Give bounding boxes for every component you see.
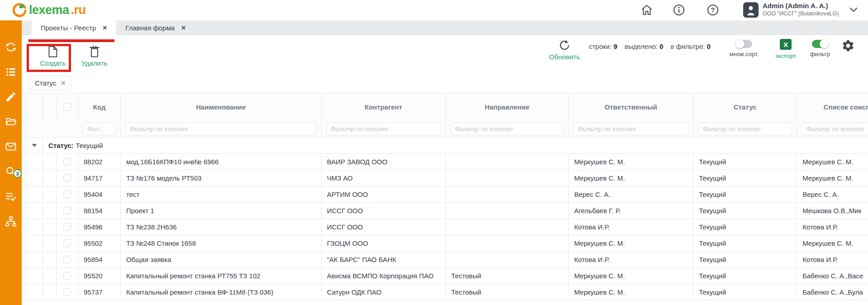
row-expander-cell xyxy=(26,252,43,267)
refresh-icon xyxy=(558,39,571,52)
checklist-icon[interactable] xyxy=(5,191,17,202)
filter-input-code[interactable] xyxy=(83,123,116,135)
registry-list-icon[interactable] xyxy=(5,66,17,78)
cell-coexecutors: Котова И.Р. xyxy=(797,252,868,267)
row-checkbox[interactable] xyxy=(63,239,71,247)
home-icon[interactable] xyxy=(640,4,653,16)
column-header-code[interactable]: Код xyxy=(78,93,121,120)
row-expander-cell xyxy=(26,203,43,219)
row-spacer-cell xyxy=(43,252,57,267)
group-chip-status[interactable]: Статус ✕ xyxy=(28,75,71,91)
table-row[interactable]: 94717 ТЗ №176 модель РТ503 ЧМЗ АО Меркуш… xyxy=(26,170,868,186)
cell-code: 95520 xyxy=(78,268,121,284)
grouping-row: Статус ✕ xyxy=(22,72,868,93)
user-block[interactable]: Admin (Admin A. A.) ООО "ИССГ" (Bulatnik… xyxy=(763,2,839,17)
filter-toggle[interactable] xyxy=(812,40,828,48)
chevron-down-icon[interactable] xyxy=(849,7,858,13)
table-row[interactable]: 95520 Капитальный ремонт станка РТ755 ТЗ… xyxy=(26,268,868,284)
filter-input-contractor[interactable] xyxy=(326,123,441,135)
column-header-responsible[interactable]: Ответственный xyxy=(569,93,693,120)
tab-main-form[interactable]: Главная форма ✕ xyxy=(116,20,195,35)
cell-contractor: Ависма ВСМПО Корпорация ПАО xyxy=(322,268,446,284)
stat-selected: выделено: 0 xyxy=(625,43,664,50)
info-icon[interactable] xyxy=(673,4,685,16)
column-header-status[interactable]: Статус xyxy=(693,93,797,120)
row-expander-cell xyxy=(26,268,43,284)
tab-label: Проекты - Реестр xyxy=(41,24,96,32)
cell-coexecutors: Бабенко С. А.,Васе xyxy=(797,268,868,284)
multisort-toggle[interactable] xyxy=(736,40,752,48)
stat-selected-label: выделено: xyxy=(625,43,658,50)
sitemap-icon[interactable] xyxy=(5,215,17,227)
filter-input-direction[interactable] xyxy=(451,123,564,135)
app-window: lexema.ru ? Admin (Admin A. A.) ООО "ИСС… xyxy=(0,0,868,305)
row-checkbox[interactable] xyxy=(63,158,71,166)
row-checkbox[interactable] xyxy=(63,191,71,198)
stat-filtered: в фильтре: 0 xyxy=(670,43,711,50)
edit-pencil-icon[interactable] xyxy=(5,91,17,103)
cell-status: Текущий xyxy=(693,154,797,170)
filter-input-status[interactable] xyxy=(698,123,792,135)
refresh-button[interactable]: Обновить xyxy=(541,39,588,61)
column-header-name[interactable]: Наименование xyxy=(121,93,322,120)
tab-close-icon[interactable]: ✕ xyxy=(102,24,107,31)
cell-coexecutors: Бабенко С. А.,Була xyxy=(797,284,868,300)
column-header-direction[interactable]: Направление xyxy=(446,93,569,120)
row-checkbox[interactable] xyxy=(63,272,71,280)
row-checkbox-cell xyxy=(57,284,78,300)
row-checkbox-cell xyxy=(57,235,78,251)
row-expander-cell xyxy=(26,235,43,251)
row-checkbox[interactable] xyxy=(63,256,71,263)
row-checkbox[interactable] xyxy=(63,174,71,182)
tab-close-icon[interactable]: ✕ xyxy=(181,24,186,31)
cell-code: 88202 xyxy=(78,154,121,170)
excel-export-icon[interactable]: X xyxy=(780,39,792,50)
cell-responsible: Меркушев С. М. xyxy=(569,268,693,284)
row-checkbox[interactable] xyxy=(63,207,71,214)
group-chip-close-icon[interactable]: ✕ xyxy=(61,80,66,86)
tab-label: Главная форма xyxy=(125,24,175,32)
filter-input-name[interactable] xyxy=(125,123,317,135)
table-row[interactable]: 95854 Общая заявка "АК БАРС" ПАО БАНК Ко… xyxy=(26,252,868,268)
cell-contractor: ВАИР ЗАВОД ООО xyxy=(322,154,446,170)
sync-icon[interactable] xyxy=(5,41,17,53)
filter-input-responsible[interactable] xyxy=(573,123,688,135)
group-chip-label: Статус xyxy=(35,79,56,87)
grid-stats: строки: 9 выделено: 0 в фильтре: 0 xyxy=(589,35,711,57)
cell-name: мод.16Б16КПФ10 инв№ 6966 xyxy=(121,154,322,170)
row-checkbox-cell xyxy=(57,186,78,202)
column-header-coexecutors[interactable]: Список соисполнителей xyxy=(797,93,868,120)
collapse-triangle-icon[interactable] xyxy=(32,144,37,147)
user-avatar[interactable] xyxy=(743,2,759,18)
cell-name: Общая заявка xyxy=(121,252,322,267)
settings-gear-icon[interactable] xyxy=(841,39,855,52)
row-spacer-cell xyxy=(43,154,57,170)
delete-button[interactable]: Удалить xyxy=(75,45,114,67)
header-spacer-col xyxy=(43,93,57,120)
lexema-logo[interactable]: lexema.ru xyxy=(12,2,86,18)
cell-name: ТЗ №248 Станок 1658 xyxy=(121,235,322,251)
select-all-checkbox[interactable] xyxy=(63,103,71,111)
filter-input-coexecutors[interactable] xyxy=(802,123,868,135)
table-row[interactable]: 95502 ТЗ №248 Станок 1658 ГЗОЦМ ООО Мерк… xyxy=(26,235,868,252)
toolbar: Создать Удалить Обновить строки: 9 выдел… xyxy=(22,35,868,72)
toggle-knob xyxy=(735,39,745,48)
mail-icon[interactable] xyxy=(5,141,17,152)
table-row[interactable]: 88154 Проект 1 ИССГ ООО Агельбаев Г. Р. … xyxy=(26,203,868,219)
column-header-contractor[interactable]: Контрагент xyxy=(322,93,446,120)
row-checkbox[interactable] xyxy=(63,288,71,296)
folder-icon[interactable] xyxy=(5,116,17,128)
table-row[interactable]: 88202 мод.16Б16КПФ10 инв№ 6966 ВАИР ЗАВО… xyxy=(26,154,868,170)
cell-code: 88154 xyxy=(78,203,121,219)
cell-name: ТЗ №238 2Н636 xyxy=(121,219,322,235)
cell-direction xyxy=(446,203,569,219)
toggle-knob xyxy=(820,39,829,48)
table-row[interactable]: 95404 тест АРТИМ ООО Верес С. А. Текущий… xyxy=(26,186,868,203)
tab-projects-registry[interactable]: Проекты - Реестр ✕ xyxy=(32,20,116,35)
table-row[interactable]: 95737 Капитальный ремонт станка ВФ-11М8 … xyxy=(26,284,868,300)
table-row[interactable]: 95496 ТЗ №238 2Н636 ИССГ ООО Котова И.Р.… xyxy=(26,219,868,235)
cell-responsible: Меркушев С. М. xyxy=(569,154,693,170)
help-icon[interactable]: ? xyxy=(707,4,719,16)
row-checkbox[interactable] xyxy=(63,223,71,231)
cell-name: ТЗ №176 модель РТ503 xyxy=(121,170,322,186)
